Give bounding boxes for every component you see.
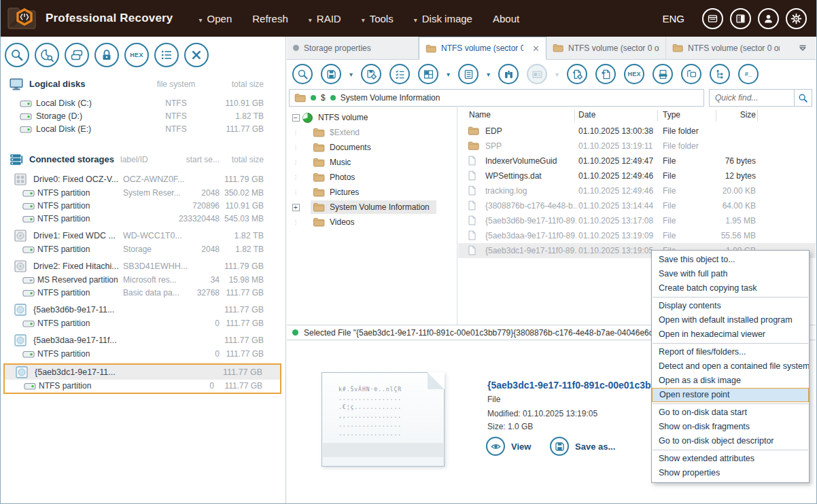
account-button[interactable] bbox=[758, 8, 779, 29]
storage-row-vdisk-selected[interactable]: {5aeb3dc1-9e17-11...111.77 GB bbox=[5, 365, 280, 380]
storage-row-vdisk[interactable]: {5aeb3d6b-9e17-11...111.77 GB bbox=[1, 302, 285, 317]
context-menu-item-show-extended-attributes[interactable]: Show extended attributes bbox=[652, 452, 809, 466]
partition-row[interactable]: NTFS partition720896110.91 GB bbox=[1, 200, 285, 213]
analyze-partition-button[interactable] bbox=[35, 43, 59, 67]
quick-find-search-button[interactable] bbox=[794, 90, 812, 106]
column-name[interactable]: Name bbox=[469, 110, 491, 120]
partition-row[interactable]: NTFS partitionSystem Reser...2048350.02 … bbox=[1, 187, 285, 200]
storage-row-drive1[interactable]: Drive1: Fixed WDC ...WD-WCC1T0...1.82 TB bbox=[1, 228, 285, 243]
clone-storage-button[interactable] bbox=[65, 43, 89, 67]
partition-row[interactable]: NTFS partition0111.77 GB bbox=[5, 380, 280, 393]
storage-row-vdisk[interactable]: {5aeb3daa-9e17-11f...111.77 GB bbox=[1, 333, 285, 348]
context-menu-item-show-on-disk-fragments[interactable]: Show on-disk fragments bbox=[652, 420, 809, 434]
table-row[interactable]: EDP01.10.2025 13:00:38File folder bbox=[458, 124, 816, 139]
context-menu-item-save-with-full-path[interactable]: Save with full path bbox=[652, 267, 809, 281]
language-selector[interactable]: ENG bbox=[662, 13, 684, 24]
context-menu-item-open-restore-point[interactable]: Open restore point bbox=[652, 388, 809, 402]
close-storage-button[interactable] bbox=[184, 43, 209, 67]
breadcrumb-root[interactable]: $ bbox=[321, 93, 326, 103]
table-row[interactable]: WPSettings.dat01.10.2025 12:49:46File12 … bbox=[458, 168, 816, 183]
column-type[interactable]: Type bbox=[663, 110, 680, 120]
view-button[interactable]: View bbox=[486, 437, 531, 456]
table-row[interactable]: {5aeb3d6b-9e17-11f0-89...01.10.2025 13:1… bbox=[458, 213, 816, 228]
menu-raid[interactable]: RAID bbox=[309, 13, 341, 24]
tree-view-button[interactable] bbox=[710, 64, 730, 84]
recover-file-button[interactable] bbox=[567, 64, 587, 84]
save-settings-button[interactable] bbox=[361, 64, 381, 84]
context-menu-item-detect-and-open-contained-file-system[interactable]: Detect and open a contained file system bbox=[652, 359, 809, 374]
columns-dropdown-icon[interactable] bbox=[487, 71, 490, 78]
tasks-button[interactable] bbox=[389, 64, 410, 84]
search-button[interactable] bbox=[292, 64, 313, 84]
context-menu-item-show-properties[interactable]: Show properties bbox=[652, 466, 809, 480]
close-tab-icon[interactable] bbox=[532, 43, 540, 54]
tab-list-dropdown-icon[interactable] bbox=[798, 43, 807, 53]
partition-row[interactable]: MS Reserved partitionMicrosoft res...341… bbox=[1, 274, 285, 287]
scan-storage-button[interactable] bbox=[5, 43, 29, 67]
columns-button[interactable] bbox=[458, 64, 479, 84]
partition-row[interactable]: NTFS partitionBasic data pa...32768111.7… bbox=[1, 287, 285, 300]
save-button[interactable] bbox=[321, 64, 341, 84]
layout-toggle-button[interactable] bbox=[730, 8, 751, 29]
partition-row[interactable]: NTFS partitionStorage20481.82 TB bbox=[1, 243, 285, 256]
storage-row-drive0[interactable]: Drive0: Fixed OCZ-V...OCZ-AWNZ0F...111.7… bbox=[1, 172, 285, 187]
quick-find-input[interactable] bbox=[710, 93, 794, 103]
tree-item-photos[interactable]: Photos bbox=[287, 170, 457, 185]
tab-ntfs-volume-2[interactable]: NTFS volume (sector 0 on {... bbox=[546, 37, 666, 59]
menu-about[interactable]: About bbox=[493, 13, 519, 24]
logical-disk-row[interactable]: Local Disk (C:)NTFS110.91 GB bbox=[1, 97, 285, 110]
context-menu-item-open-as-disk-image[interactable]: Open as a disk image bbox=[652, 374, 809, 388]
tab-ntfs-volume-active[interactable]: NTFS volume (sector 0 o... bbox=[419, 37, 546, 60]
open-as-image-button[interactable] bbox=[681, 64, 701, 84]
sector-navigation-button[interactable] bbox=[738, 64, 759, 84]
find-button[interactable] bbox=[498, 64, 519, 84]
view-mode-dropdown-icon[interactable] bbox=[447, 71, 450, 78]
expand-icon[interactable] bbox=[292, 204, 300, 211]
export-file-button[interactable] bbox=[595, 64, 616, 84]
partition-row[interactable]: NTFS partition233320448545.03 MB bbox=[1, 213, 285, 226]
tab-ntfs-volume-3[interactable]: NTFS volume (sector 0 on {... bbox=[666, 37, 786, 59]
menu-tools[interactable]: Tools bbox=[362, 13, 394, 24]
collapse-icon[interactable] bbox=[292, 114, 300, 122]
context-menu-item-go-to-on-disk-object-descriptor[interactable]: Go to on-disk object descriptor bbox=[652, 434, 809, 448]
tab-storage-properties[interactable]: Storage properties bbox=[287, 37, 419, 59]
context-menu-item-create-batch-copying-task[interactable]: Create batch copying task bbox=[652, 281, 809, 295]
context-menu-item-open-in-hexadecimal-viewer[interactable]: Open in hexadecimal viewer bbox=[652, 327, 809, 342]
menu-refresh[interactable]: Refresh bbox=[252, 13, 288, 24]
table-row[interactable]: SPP01.10.2025 13:19:11File folder bbox=[458, 139, 816, 154]
context-menu-item-save-this-object-to[interactable]: Save this object to... bbox=[652, 253, 809, 267]
view-mode-button[interactable] bbox=[418, 64, 438, 84]
breadcrumb[interactable]: $ System Volume Information bbox=[289, 89, 704, 107]
column-date[interactable]: Date bbox=[578, 110, 595, 120]
logical-disk-row[interactable]: Storage (D:)NTFS1.82 TB bbox=[1, 110, 285, 123]
storage-row-drive2[interactable]: Drive2: Fixed Hitachi...SB3D41EWHH...111… bbox=[1, 259, 285, 274]
properties-list-button[interactable] bbox=[154, 43, 179, 67]
context-menu-item-open-with-default-program[interactable]: Open with default installed program bbox=[652, 313, 809, 327]
partition-row[interactable]: NTFS partition0111.77 GB bbox=[1, 317, 285, 330]
partition-row[interactable]: NTFS partition0111.77 GB bbox=[1, 348, 285, 361]
tree-item-documents[interactable]: Documents bbox=[287, 140, 457, 155]
breadcrumb-current-folder[interactable]: System Volume Information bbox=[341, 93, 440, 103]
tree-item-system-volume-information-selected[interactable]: System Volume Information bbox=[287, 200, 457, 215]
table-row[interactable]: tracking.log01.10.2025 12:49:46File20.00… bbox=[458, 183, 816, 198]
menu-open[interactable]: Open bbox=[199, 13, 232, 24]
context-menu-item-display-contents[interactable]: Display contents bbox=[652, 299, 809, 313]
table-row[interactable]: {5aeb3daa-9e17-11f0-89...01.10.2025 13:1… bbox=[458, 228, 816, 243]
settings-button[interactable] bbox=[786, 8, 807, 29]
menu-disk-image[interactable]: Disk image bbox=[414, 13, 472, 24]
tree-item-pictures[interactable]: Pictures bbox=[287, 185, 457, 200]
windows-panels-button[interactable] bbox=[702, 8, 723, 29]
report-button[interactable] bbox=[653, 64, 673, 84]
tree-item-videos[interactable]: Videos bbox=[287, 215, 457, 230]
column-size[interactable]: Size bbox=[701, 110, 756, 120]
logical-disk-row[interactable]: Local Disk (E:)NTFS111.77 GB bbox=[1, 123, 285, 136]
table-row[interactable]: IndexerVolumeGuid01.10.2025 12:49:47File… bbox=[458, 154, 816, 168]
tree-item-music[interactable]: Music bbox=[287, 155, 457, 170]
save-dropdown-icon[interactable] bbox=[349, 71, 353, 78]
tree-item-extend[interactable]: $Extend bbox=[287, 125, 457, 140]
hex-viewer-button[interactable] bbox=[124, 43, 149, 67]
decrypt-button[interactable] bbox=[94, 43, 119, 67]
tree-root-ntfs-volume[interactable]: NTFS volume bbox=[287, 110, 457, 125]
save-as-button[interactable]: Save as... bbox=[550, 437, 615, 456]
hex-view-button[interactable] bbox=[624, 64, 644, 84]
